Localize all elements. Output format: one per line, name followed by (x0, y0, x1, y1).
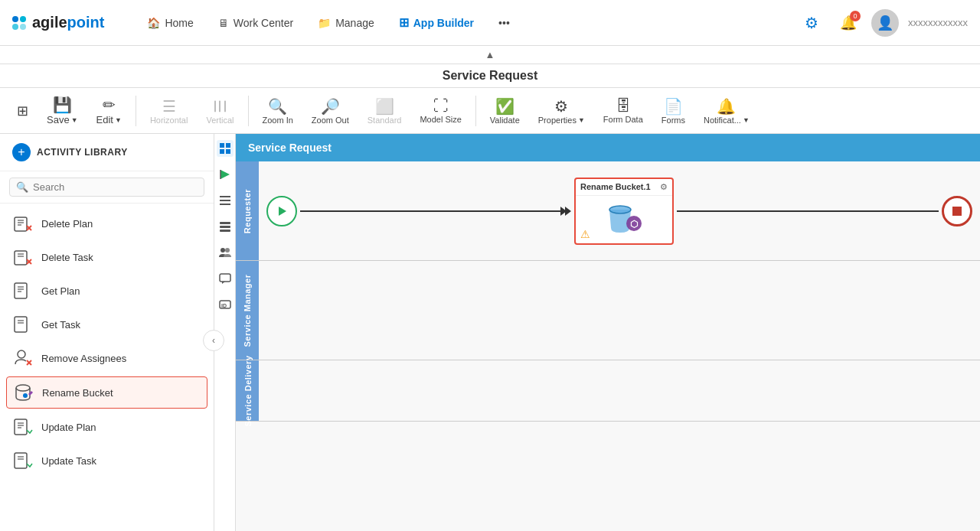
nav-appbuilder[interactable]: ⊞ App Builder (390, 11, 483, 34)
ai-button[interactable]: ⚙ (798, 9, 825, 37)
vertical-label: Vertical (206, 116, 234, 125)
page-title-text: Service Request (443, 69, 538, 82)
activity-body: ⬡ ⚠ (576, 196, 672, 243)
save-label: Save (47, 114, 70, 125)
formdata-icon: 🗄 (616, 97, 631, 115)
collapse-bar[interactable]: ▲ (0, 46, 980, 64)
vertical-icon: ☰ (211, 99, 229, 113)
nav-manage-label: Manage (335, 17, 374, 29)
zoomin-icon: 🔍 (268, 97, 287, 116)
sidebar-item-update-task[interactable]: Update Task (0, 444, 214, 477)
lane-requester: Requester (236, 161, 980, 261)
horizontal-button[interactable]: ☰ Horizontal (142, 94, 196, 128)
sidebar-item-get-plan[interactable]: Get Plan (0, 274, 214, 308)
modelsize-button[interactable]: ⛶ Model Size (412, 94, 469, 127)
left-icon-message[interactable] (217, 270, 234, 287)
lane-requester-label: Requester (243, 188, 252, 233)
page-title: Service Request (0, 64, 980, 88)
svg-text:ID: ID (221, 303, 227, 308)
properties-icon: ⚙ (554, 97, 568, 116)
start-node (266, 196, 297, 226)
sidebar-item-get-task[interactable]: Get Task (0, 308, 214, 341)
formdata-button[interactable]: 🗄 Form Data (596, 94, 651, 127)
svg-rect-44 (220, 274, 230, 282)
remove-assignees-label: Remove Assignees (41, 353, 126, 364)
notif-icon: 🔔 (717, 97, 736, 116)
left-icon-list2[interactable] (217, 218, 234, 235)
svg-rect-33 (226, 149, 230, 154)
remove-assignees-icon (12, 347, 34, 369)
modelsize-icon: ⛶ (433, 97, 449, 115)
collapse-sidebar-button[interactable]: ‹ (203, 330, 224, 351)
vertical-button[interactable]: ☰ Vertical (198, 94, 241, 128)
lane-service-manager-col: Service Manager (236, 261, 259, 360)
sidebar-item-remove-assignees[interactable]: Remove Assignees (0, 341, 214, 375)
nav-more[interactable]: ••• (489, 12, 519, 34)
sidebar-item-rename-bucket[interactable]: Rename Bucket (6, 376, 207, 409)
top-nav: agilepoint 🏠 Home 🖥 Work Center 📁 Manage… (0, 0, 980, 46)
svg-rect-30 (220, 143, 224, 148)
nav-home[interactable]: 🏠 Home (138, 12, 202, 34)
svg-rect-41 (220, 230, 230, 232)
more-icon: ••• (498, 17, 510, 29)
toolbar-separator-3 (475, 96, 476, 126)
nav-workcenter-label: Work Center (234, 17, 293, 29)
svg-rect-15 (15, 317, 27, 332)
svg-point-18 (18, 350, 25, 358)
end-node (942, 196, 972, 226)
user-icon: 👤 (877, 15, 893, 31)
grid-button[interactable]: ⊞ (9, 99, 36, 122)
properties-button[interactable]: ⚙ Properties ▼ (531, 94, 593, 128)
left-icon-people[interactable] (217, 244, 234, 261)
sidebar-item-delete-plan[interactable]: Delete Plan (0, 207, 214, 240)
user-avatar[interactable]: 👤 (871, 9, 899, 37)
notifications-button[interactable]: 🔔 Notificat... ▼ (696, 94, 757, 128)
process-canvas[interactable]: Service Request Requester (236, 134, 980, 531)
delete-task-icon (12, 246, 34, 268)
edit-button[interactable]: ✏ Edit ▼ (89, 93, 129, 129)
forms-button[interactable]: 📄 Forms (654, 94, 693, 128)
left-icon-flag[interactable] (217, 166, 234, 183)
validate-label: Validate (490, 116, 520, 125)
add-activity-button[interactable]: + (12, 143, 31, 161)
notifications-button[interactable]: 🔔 0 (835, 9, 862, 37)
activity-gear-icon[interactable]: ⚙ (660, 182, 668, 192)
delete-plan-icon (12, 213, 34, 234)
toolbar: ⊞ 💾 Save ▼ ✏ Edit ▼ ☰ Horizontal ☰ Verti… (0, 88, 980, 134)
sidebar-search-area: 🔍 (0, 171, 214, 204)
svg-rect-38 (220, 204, 230, 205)
save-button[interactable]: 💾 Save ▼ (39, 93, 86, 129)
delete-task-label: Delete Task (41, 252, 93, 263)
notification-badge: 0 (850, 11, 861, 21)
lane-service-delivery: Service Delivery (236, 360, 980, 422)
get-task-icon (12, 314, 34, 335)
svg-text:⬡: ⬡ (630, 219, 639, 230)
search-input[interactable] (33, 181, 198, 193)
activity-list: Delete Plan Delete Task (0, 204, 214, 531)
standard-button[interactable]: ⬜ Standard (360, 94, 410, 128)
zoomout-button[interactable]: 🔎 Zoom Out (304, 94, 357, 128)
sidebar-item-delete-task[interactable]: Delete Task (0, 240, 214, 274)
nav-manage[interactable]: 📁 Manage (309, 12, 384, 34)
sidebar-header: + ACTIVITY LIBRARY (0, 134, 214, 171)
toolbar-separator-2 (248, 96, 249, 126)
activity-box[interactable]: Rename Bucket.1 ⚙ (574, 178, 674, 245)
validate-button[interactable]: ✅ Validate (482, 94, 528, 128)
update-plan-icon (12, 416, 34, 438)
delete-plan-label: Delete Plan (41, 218, 93, 230)
edit-icon: ✏ (103, 96, 116, 114)
left-icon-list[interactable] (217, 192, 234, 209)
activity-header: Rename Bucket.1 ⚙ (576, 179, 672, 196)
nav-home-label: Home (165, 17, 193, 29)
main-layout: + ACTIVITY LIBRARY 🔍 (0, 134, 980, 531)
nav-workcenter[interactable]: 🖥 Work Center (209, 12, 302, 34)
left-icon-grid[interactable] (217, 140, 234, 157)
chevron-up-icon: ▲ (485, 49, 495, 60)
get-task-label: Get Task (41, 319, 80, 331)
zoomin-button[interactable]: 🔍 Zoom In (255, 94, 301, 128)
update-plan-label: Update Plan (41, 422, 96, 433)
sidebar-item-update-plan[interactable]: Update Plan (0, 410, 214, 444)
svg-rect-36 (220, 196, 230, 197)
lane-service-delivery-label: Service Delivery (243, 355, 252, 426)
left-icon-id[interactable]: ID (217, 296, 234, 313)
